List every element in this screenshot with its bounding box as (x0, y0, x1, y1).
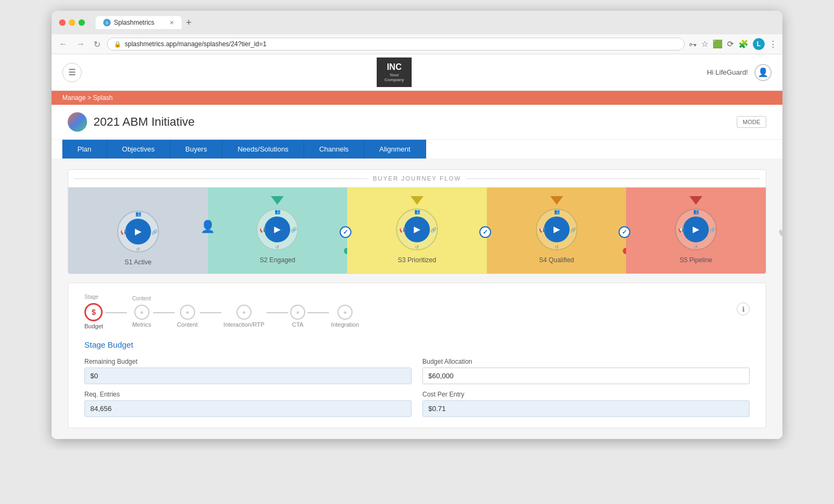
menu-icon[interactable]: ⋮ (769, 39, 777, 49)
new-tab-button[interactable]: + (184, 17, 194, 28)
svg-text:▶: ▶ (693, 225, 700, 234)
stage-section-label: Stage (84, 294, 127, 300)
minimize-button[interactable] (69, 19, 75, 26)
step-content-circle: ○ (180, 305, 195, 320)
address-bar[interactable]: 🔒 splashmetrics.app/manage/splashes/24?t… (107, 38, 685, 51)
browser-tab[interactable]: S Splashmetrics ✕ (96, 16, 182, 29)
svg-text:▶: ▶ (274, 225, 281, 234)
funnel-s4 (550, 196, 563, 205)
check-s4-s5: ✓ (619, 226, 630, 238)
logo-line2: YourCompany (384, 73, 404, 83)
greeting-text: Hi LifeGuard! (707, 68, 748, 76)
stage-s1: ▶ 👥 🔗 ↺ 📢 S1 Active (68, 188, 208, 273)
step-budget[interactable]: $ Budget (84, 303, 103, 329)
bottom-panel: Stage $ Budget Content (68, 283, 766, 428)
form-req-entries: Req. Entries (84, 391, 412, 417)
extension3-icon[interactable]: 🧩 (738, 39, 749, 49)
step-cta-label: CTA (292, 321, 304, 328)
svg-text:🔗: 🔗 (291, 227, 297, 233)
svg-text:🔗: 🔗 (430, 227, 436, 233)
tab-favicon: S (103, 19, 111, 26)
step-metrics[interactable]: ○ Metrics (132, 305, 151, 328)
star-icon[interactable]: ☆ (701, 39, 708, 49)
remaining-budget-label: Remaining Budget (84, 358, 412, 365)
step-integration[interactable]: ○ Integration (331, 305, 359, 328)
main-content: BUYER JOURNEY FLOW ▶ (52, 159, 782, 439)
extension2-icon[interactable]: ⟳ (727, 39, 734, 49)
svg-text:📢: 📢 (260, 227, 266, 233)
back-button[interactable]: ← (57, 38, 70, 50)
step-integration-circle: ○ (337, 305, 353, 320)
wheel-s5-svg: ▶ 👥 🔗 ↺ 📢 (673, 207, 718, 252)
tab-alignment[interactable]: Alignment (364, 140, 426, 159)
wheel-s5: ▶ 👥 🔗 ↺ 📢 (673, 207, 718, 252)
forward-button[interactable]: → (74, 38, 87, 50)
step-line-1 (105, 312, 127, 313)
stage-section: Stage $ Budget (84, 294, 127, 329)
tab-needs-solutions[interactable]: Needs/Solutions (222, 140, 304, 159)
nav-tabs: Plan Objectives Buyers Needs/Solutions C… (52, 140, 782, 159)
req-entries-label: Req. Entries (84, 391, 412, 398)
check-s3-s4: ✓ (479, 226, 491, 238)
extension1-icon[interactable]: 🟩 (713, 39, 723, 49)
content-section: Content ○ Metrics ○ Content (132, 296, 359, 328)
tab-title: Splashmetrics (114, 19, 154, 26)
wheel-s2-svg: ▶ 👥 🔗 ↺ 📢 (255, 207, 300, 252)
svg-text:↺: ↺ (694, 244, 698, 250)
svg-text:👥: 👥 (414, 208, 420, 215)
step-interaction[interactable]: ○ Interaction/RTP (224, 305, 264, 328)
svg-text:🔗: 🔗 (151, 229, 157, 235)
form-budget-allocation: Budget Allocation (422, 358, 750, 384)
step-interaction-circle: ○ (236, 305, 251, 320)
app-content: ☰ INC YourCompany Hi LifeGuard! 👤 Manage… (52, 54, 782, 439)
svg-text:📢: 📢 (538, 227, 545, 233)
tab-channels[interactable]: Channels (304, 140, 364, 159)
close-button[interactable] (59, 19, 66, 26)
steps-row: Stage $ Budget Content (84, 294, 750, 329)
toolbar-actions: 🗝 ☆ 🟩 ⟳ 🧩 L ⋮ (689, 38, 777, 50)
stage-s3: ▶ 👥 🔗 ↺ 📢 S3 Prioritized (347, 188, 487, 273)
journey-container: BUYER JOURNEY FLOW ▶ (68, 169, 766, 274)
svg-text:↺: ↺ (555, 244, 559, 250)
remaining-budget-input[interactable] (84, 368, 412, 384)
info-button[interactable]: ℹ (737, 303, 750, 315)
req-entries-input[interactable] (84, 400, 412, 417)
form-remaining-budget: Remaining Budget (84, 358, 412, 384)
splash-icon (68, 112, 87, 132)
person-icon: 👤 (200, 220, 215, 233)
step-cta[interactable]: ○ CTA (290, 305, 305, 328)
tab-objectives[interactable]: Objectives (107, 140, 170, 159)
step-line-4 (267, 312, 288, 313)
maximize-button[interactable] (78, 19, 85, 26)
form-cost-per-entry: Cost Per Entry (422, 391, 750, 417)
cost-per-entry-input[interactable] (422, 400, 750, 417)
wheel-s1: ▶ 👥 🔗 ↺ 📢 (116, 209, 161, 254)
tab-close-icon[interactable]: ✕ (169, 19, 174, 26)
funnel-s2 (271, 196, 284, 205)
logo-box: INC YourCompany (377, 57, 411, 87)
wheel-s4: ▶ 👥 🔗 ↺ 📢 (534, 207, 579, 252)
key-icon[interactable]: 🗝 (689, 40, 697, 49)
profile-icon[interactable]: L (753, 38, 765, 50)
stage-s3-label: S3 Prioritized (398, 252, 436, 271)
stage-s4-label: S4 Qualified (539, 252, 574, 271)
tab-buyers[interactable]: Buyers (170, 140, 222, 159)
stage-s2: ▶ 👥 🔗 ↺ 📢 S2 Engaged (208, 188, 348, 273)
tab-plan[interactable]: Plan (62, 140, 107, 159)
step-content[interactable]: ○ Content (177, 305, 198, 328)
budget-allocation-label: Budget Allocation (422, 358, 750, 365)
stage-s2-label: S2 Engaged (260, 252, 295, 271)
mode-button[interactable]: MODE (737, 116, 766, 128)
svg-text:▶: ▶ (414, 225, 421, 234)
logo-line1: INC (387, 62, 402, 71)
cost-per-entry-label: Cost Per Entry (422, 391, 750, 398)
avatar[interactable]: 👤 (754, 64, 772, 81)
journey-header: BUYER JOURNEY FLOW (68, 170, 766, 188)
svg-text:📢: 📢 (678, 227, 685, 233)
reload-button[interactable]: ↻ (91, 38, 103, 51)
budget-allocation-input[interactable] (422, 368, 750, 384)
svg-text:📢: 📢 (120, 229, 126, 235)
wheel-s1-svg: ▶ 👥 🔗 ↺ 📢 (116, 209, 161, 254)
hamburger-menu[interactable]: ☰ (62, 63, 82, 82)
stage-budget-title: Stage Budget (84, 340, 750, 349)
